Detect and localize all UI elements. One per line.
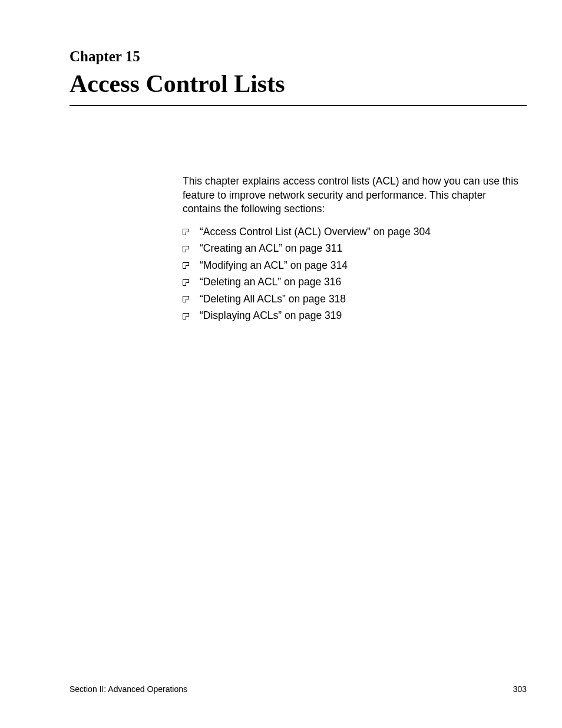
chapter-label: Chapter 15 bbox=[70, 48, 527, 65]
bullet-icon bbox=[183, 296, 189, 302]
list-item: “Modifying an ACL” on page 314 bbox=[183, 261, 524, 271]
toc-item-text: “Modifying an ACL” on page 314 bbox=[200, 261, 348, 271]
list-item: “Deleting an ACL” on page 316 bbox=[183, 277, 524, 288]
toc-item-text: “Deleting an ACL” on page 316 bbox=[200, 277, 341, 288]
toc-item-text: “Deleting All ACLs” on page 318 bbox=[200, 294, 346, 305]
page-footer: Section II: Advanced Operations 303 bbox=[70, 684, 527, 694]
list-item: “Access Control List (ACL) Overview” on … bbox=[183, 227, 524, 238]
footer-section-label: Section II: Advanced Operations bbox=[70, 684, 187, 694]
list-item: “Deleting All ACLs” on page 318 bbox=[183, 294, 524, 305]
toc-list: “Access Control List (ACL) Overview” on … bbox=[183, 227, 524, 321]
bullet-icon bbox=[183, 246, 189, 252]
list-item: “Displaying ACLs” on page 319 bbox=[183, 311, 524, 321]
footer-page-number: 303 bbox=[513, 684, 527, 694]
intro-paragraph: This chapter explains access control lis… bbox=[183, 174, 524, 216]
toc-item-text: “Creating an ACL” on page 311 bbox=[200, 243, 342, 254]
list-item: “Creating an ACL” on page 311 bbox=[183, 243, 524, 254]
toc-item-text: “Access Control List (ACL) Overview” on … bbox=[200, 227, 431, 238]
bullet-icon bbox=[183, 279, 189, 286]
toc-item-text: “Displaying ACLs” on page 319 bbox=[200, 311, 342, 321]
bullet-icon bbox=[183, 262, 189, 269]
bullet-icon bbox=[183, 229, 189, 235]
bullet-icon bbox=[183, 313, 189, 319]
chapter-title: Access Control Lists bbox=[70, 70, 527, 106]
chapter-body: This chapter explains access control lis… bbox=[183, 174, 524, 321]
